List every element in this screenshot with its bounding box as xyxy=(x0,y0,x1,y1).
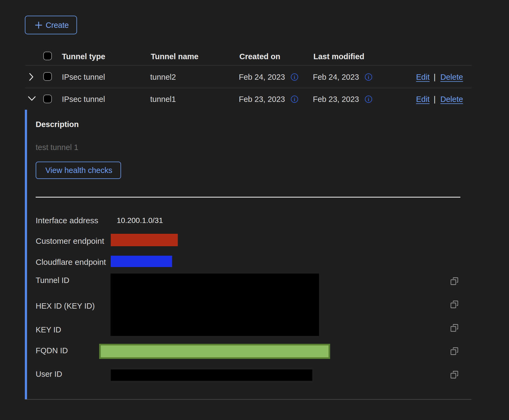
svg-text:i: i xyxy=(368,74,369,80)
svg-text:i: i xyxy=(294,74,295,80)
svg-text:i: i xyxy=(294,96,295,102)
svg-text:i: i xyxy=(368,96,369,102)
